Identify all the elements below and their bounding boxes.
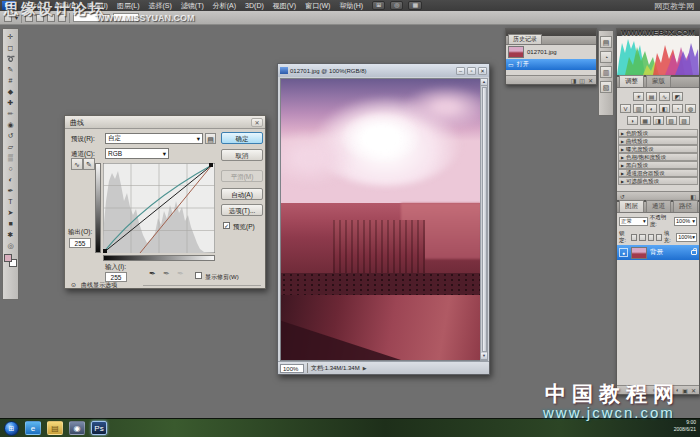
menu-analysis[interactable]: 分析(A): [209, 1, 240, 11]
blend-mode-dropdown[interactable]: 正常▾: [619, 217, 648, 226]
scroll-down-icon[interactable]: ▼: [481, 353, 487, 360]
curve-display-options-expander-icon[interactable]: ⊙: [71, 281, 76, 288]
tool-eraser-icon[interactable]: ▱: [4, 141, 17, 152]
adj-black-white-icon[interactable]: ◧: [659, 104, 670, 113]
black-point-eyedropper-icon[interactable]: ✒: [148, 268, 156, 278]
image-canvas[interactable]: [280, 78, 482, 361]
adj-brightness-contrast-icon[interactable]: ☀: [633, 92, 644, 101]
zoom-level-field[interactable]: 100%: [280, 364, 304, 373]
adj-selective-color-icon[interactable]: ▨: [679, 116, 690, 125]
tab-adjustments[interactable]: 调整: [619, 75, 644, 87]
channel-dropdown[interactable]: RGB ▾: [105, 148, 169, 159]
cancel-button[interactable]: 取消: [221, 149, 263, 161]
tool-hand-icon[interactable]: ✱: [4, 229, 17, 240]
ok-button[interactable]: 确定: [221, 132, 263, 144]
status-flyout-icon[interactable]: ▶: [363, 365, 367, 371]
maximize-icon[interactable]: ▫: [467, 67, 476, 75]
tool-shape-icon[interactable]: ■: [4, 218, 17, 229]
history-snapshot-row[interactable]: 012701.jpg: [506, 45, 596, 59]
return-to-list-icon[interactable]: ↺: [620, 193, 625, 200]
curve-pencil-tool-icon[interactable]: ✎: [83, 158, 95, 170]
layer-row-background[interactable]: ● 背景: [617, 245, 699, 260]
curve-display-options-label[interactable]: 曲线显示选项: [81, 281, 117, 290]
show-clipping-checkbox[interactable]: [195, 272, 202, 279]
tool-zoom-icon[interactable]: ◎: [4, 240, 17, 251]
output-value-field[interactable]: 255: [69, 238, 91, 248]
taskbar-explorer-icon[interactable]: ▤: [47, 421, 63, 435]
tab-masks[interactable]: 蒙版: [646, 75, 671, 87]
tab-history[interactable]: 历史记录: [508, 34, 542, 44]
adj-gradient-map-icon[interactable]: ▧: [666, 116, 677, 125]
dock-panel-icon-3[interactable]: ▥: [600, 66, 612, 78]
curves-graph[interactable]: [103, 163, 215, 253]
white-point-eyedropper-icon[interactable]: ✒: [176, 268, 184, 278]
tab-paths[interactable]: 路径: [673, 200, 698, 212]
adj-exposure-icon[interactable]: ◩: [672, 92, 683, 101]
lock-all-icon[interactable]: [656, 234, 662, 241]
adj-channel-mixer-icon[interactable]: ◍: [685, 104, 696, 113]
tool-quick-select-icon[interactable]: ✎: [4, 64, 17, 75]
preset-dropdown[interactable]: 自定 ▾: [105, 133, 203, 144]
preset-levels[interactable]: ▶色阶预设: [618, 129, 698, 137]
tool-clone-stamp-icon[interactable]: ◉: [4, 119, 17, 130]
curve-point-tool-icon[interactable]: ∿: [71, 158, 83, 170]
layer-visibility-eye-icon[interactable]: ●: [619, 248, 628, 257]
tool-eyedropper-icon[interactable]: ◆: [4, 86, 17, 97]
adj-vibrance-icon[interactable]: V: [620, 104, 631, 113]
taskbar-photoshop-icon[interactable]: Ps: [91, 421, 107, 435]
tool-pen-icon[interactable]: ✒: [4, 185, 17, 196]
vertical-scrollbar[interactable]: ▲ ▼: [480, 78, 488, 361]
taskbar-media-icon[interactable]: ◉: [69, 421, 85, 435]
opacity-dropdown[interactable]: 100%▾: [674, 217, 697, 226]
tool-path-selection-icon[interactable]: ➤: [4, 207, 17, 218]
tool-brush-icon[interactable]: ✏: [4, 108, 17, 119]
tool-gradient-icon[interactable]: ▒: [4, 152, 17, 163]
taskbar-ie-icon[interactable]: e: [25, 421, 41, 435]
minimize-icon[interactable]: –: [456, 67, 465, 75]
dock-panel-icon-1[interactable]: ▤: [600, 36, 612, 48]
appbar-arrange-icon[interactable]: ⊞: [372, 1, 385, 10]
create-snapshot-icon[interactable]: ◫: [579, 77, 585, 84]
tool-healing-brush-icon[interactable]: ✚: [4, 97, 17, 108]
tool-crop-icon[interactable]: #: [4, 75, 17, 86]
dialog-close-icon[interactable]: ✕: [251, 118, 263, 127]
tool-blur-icon[interactable]: ○: [4, 163, 17, 174]
lock-transparency-icon[interactable]: [631, 234, 637, 241]
preset-channel-mixer[interactable]: ▶通道混合器预设: [618, 169, 698, 177]
curves-dialog-title[interactable]: 曲线: [65, 116, 265, 129]
preview-checkbox[interactable]: ✓: [223, 222, 230, 229]
adj-levels-icon[interactable]: ▤: [646, 92, 657, 101]
new-layer-icon[interactable]: ▣: [682, 387, 688, 394]
appbar-workspace-icon[interactable]: ▦: [408, 1, 422, 10]
menu-filter[interactable]: 滤镜(T): [177, 1, 208, 11]
adj-color-balance-icon[interactable]: ◐: [646, 104, 657, 113]
tool-marquee-icon[interactable]: ◻: [4, 42, 17, 53]
tool-type-icon[interactable]: T: [4, 196, 17, 207]
menu-help[interactable]: 帮助(H): [335, 1, 367, 11]
preset-selective-color[interactable]: ▶可选颜色预设: [618, 177, 698, 185]
tool-history-brush-icon[interactable]: ↺: [4, 130, 17, 141]
fill-dropdown[interactable]: 100%▾: [676, 233, 697, 242]
menu-layer[interactable]: 图层(L): [113, 1, 144, 11]
tab-channels[interactable]: 通道: [646, 200, 671, 212]
lock-position-icon[interactable]: [648, 234, 654, 241]
preset-black-white[interactable]: ▶黑白预设: [618, 161, 698, 169]
tool-lasso-icon[interactable]: ➰: [4, 53, 17, 64]
adj-threshold-icon[interactable]: ◨: [653, 116, 664, 125]
scrollbar-thumb[interactable]: [482, 87, 487, 352]
tool-move-icon[interactable]: ✛: [4, 31, 17, 42]
preset-curves[interactable]: ▶曲线预设: [618, 137, 698, 145]
adj-posterize-icon[interactable]: ▦: [640, 116, 651, 125]
clip-to-layer-icon[interactable]: ◧: [690, 193, 696, 200]
preset-options-icon[interactable]: ▤: [205, 133, 216, 144]
scroll-up-icon[interactable]: ▲: [481, 79, 487, 86]
start-button[interactable]: ⊞: [4, 421, 19, 436]
adj-invert-icon[interactable]: ◑: [627, 116, 638, 125]
create-document-icon[interactable]: ◨: [571, 77, 577, 84]
dock-panel-icon-2[interactable]: ◔: [600, 51, 612, 63]
foreground-color-swatch[interactable]: [4, 254, 12, 262]
close-icon[interactable]: ✕: [478, 67, 487, 75]
preset-hue-saturation[interactable]: ▶色相/饱和度预设: [618, 153, 698, 161]
system-tray[interactable]: 9:00 2008/6/21: [638, 419, 698, 436]
delete-state-icon[interactable]: ✕: [588, 77, 593, 84]
